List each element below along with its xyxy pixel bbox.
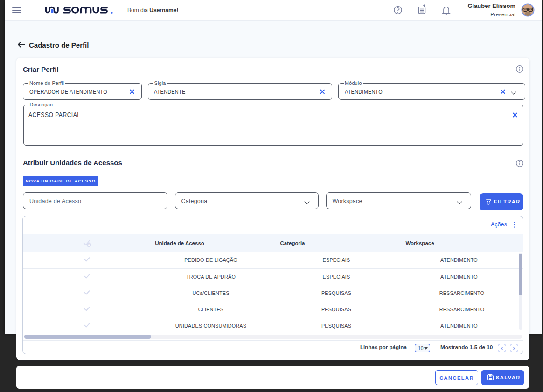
svg-text:1: 1: [88, 243, 90, 247]
